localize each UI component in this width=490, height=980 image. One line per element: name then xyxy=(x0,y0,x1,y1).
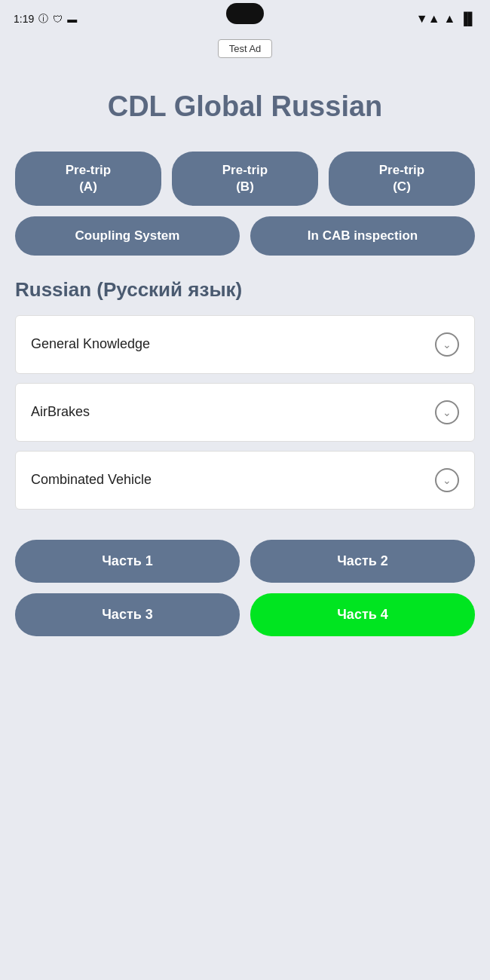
status-time: 1:19 xyxy=(14,13,34,25)
bottom-btn-row-1: Часть 1 Часть 2 xyxy=(15,540,475,583)
in-cab-inspection-label: In CAB inspection xyxy=(308,228,418,243)
general-knowledge-label: General Knowledge xyxy=(31,336,150,352)
test-ad-label: Test Ad xyxy=(229,43,262,54)
chevron-down-icon-combinated: ⌄ xyxy=(435,468,459,492)
chevron-down-icon-general: ⌄ xyxy=(435,332,459,357)
combinated-vehicle-label: Combinated Vehicle xyxy=(31,472,152,488)
list-container: General Knowledge ⌄ AirBrakes ⌄ Combinat… xyxy=(15,315,475,519)
test-ad-banner: Test Ad xyxy=(218,39,273,58)
special-buttons-row: Coupling System In CAB inspection xyxy=(15,216,475,256)
part-4-label: Часть 4 xyxy=(337,607,388,622)
info-icon: ⓘ xyxy=(38,12,48,26)
part-1-label: Часть 1 xyxy=(102,553,153,568)
list-item-general-knowledge[interactable]: General Knowledge ⌄ xyxy=(15,315,475,374)
app-title: CDL Global Russian xyxy=(108,90,383,124)
coupling-system-label: Coupling System xyxy=(75,228,180,243)
signal-icon: ▲ xyxy=(443,12,455,26)
camera-pill xyxy=(226,3,264,24)
main-content: CDL Global Russian Pre-trip(A) Pre-trip(… xyxy=(0,60,490,636)
status-right: ▼▲ ▲ ▐▌ xyxy=(416,12,476,26)
part-4-button[interactable]: Часть 4 xyxy=(250,593,475,636)
chevron-down-icon-airbrakes: ⌄ xyxy=(435,400,459,424)
bottom-buttons: Часть 1 Часть 2 Часть 3 Часть 4 xyxy=(15,540,475,636)
sim-icon: ▬ xyxy=(67,14,77,25)
list-item-combinated-vehicle[interactable]: Combinated Vehicle ⌄ xyxy=(15,451,475,510)
part-1-button[interactable]: Часть 1 xyxy=(15,540,240,583)
pretrip-c-button[interactable]: Pre-trip(C) xyxy=(329,152,475,206)
coupling-system-button[interactable]: Coupling System xyxy=(15,216,240,256)
camera-area xyxy=(226,3,264,24)
pretrip-a-button[interactable]: Pre-trip(A) xyxy=(15,152,161,206)
part-2-label: Часть 2 xyxy=(337,553,388,568)
pretrip-b-button[interactable]: Pre-trip(B) xyxy=(172,152,318,206)
status-left: 1:19 ⓘ 🛡 ▬ xyxy=(14,12,77,26)
pretrip-buttons-row: Pre-trip(A) Pre-trip(B) Pre-trip(C) xyxy=(15,152,475,206)
part-3-button[interactable]: Часть 3 xyxy=(15,593,240,636)
part-2-button[interactable]: Часть 2 xyxy=(250,540,475,583)
wifi-icon: ▼▲ xyxy=(416,12,440,26)
part-3-label: Часть 3 xyxy=(102,607,153,622)
airbrakes-label: AirBrakes xyxy=(31,404,90,420)
section-heading: Russian (Русский язык) xyxy=(15,278,475,302)
bottom-btn-row-2: Часть 3 Часть 4 xyxy=(15,593,475,636)
in-cab-inspection-button[interactable]: In CAB inspection xyxy=(250,216,475,256)
shield-icon: 🛡 xyxy=(53,14,63,25)
list-item-airbrakes[interactable]: AirBrakes ⌄ xyxy=(15,383,475,442)
battery-icon: ▐▌ xyxy=(459,12,476,26)
status-bar: 1:19 ⓘ 🛡 ▬ ▼▲ ▲ ▐▌ xyxy=(0,0,490,38)
